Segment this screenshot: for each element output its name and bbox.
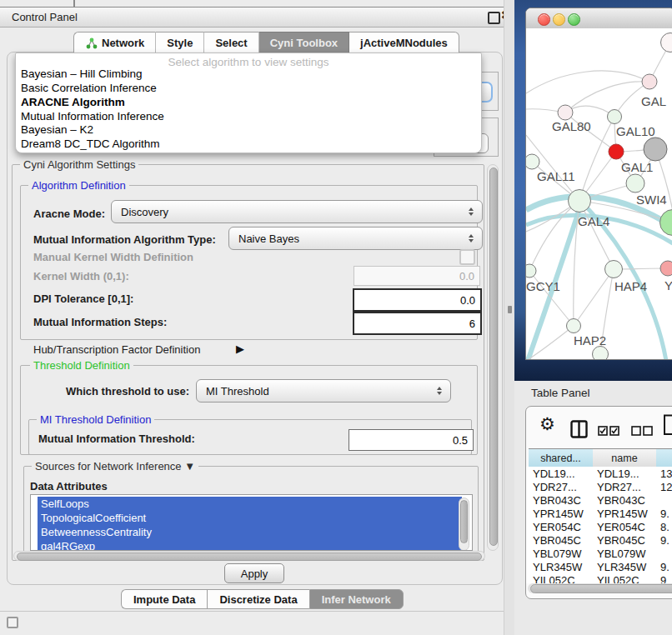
spinner-icon bbox=[437, 387, 443, 395]
manual-kernel-checkbox[interactable] bbox=[459, 249, 475, 265]
network-node[interactable] bbox=[566, 318, 581, 333]
list-scrollbar[interactable] bbox=[459, 498, 469, 551]
list-item[interactable]: SelfLoops bbox=[41, 498, 89, 512]
mi-threshold-group-title: MI Threshold Definition bbox=[37, 413, 154, 426]
network-icon bbox=[85, 38, 98, 49]
divider-grip bbox=[508, 306, 512, 313]
tab-discretize-data[interactable]: Discretize Data bbox=[207, 589, 308, 609]
table-row[interactable]: YBR043C YBR043C bbox=[526, 493, 672, 507]
mi-type-select[interactable]: Naive Bayes bbox=[228, 227, 483, 250]
minimize-traffic-light[interactable] bbox=[553, 13, 565, 26]
table-horizontal-scrollbar[interactable] bbox=[528, 583, 672, 593]
network-window-titlebar[interactable] bbox=[526, 8, 672, 29]
node-label: GAL bbox=[641, 94, 666, 108]
table-row[interactable]: YDL19... YDL19... 13 bbox=[526, 467, 672, 480]
dpi-tolerance-field[interactable]: 0.0 bbox=[353, 288, 482, 312]
mi-steps-field[interactable]: 6 bbox=[353, 312, 482, 335]
table-row[interactable]: YBR045C YBR045C 9. bbox=[526, 533, 672, 547]
network-node[interactable] bbox=[604, 260, 623, 278]
which-threshold-label: Which threshold to use: bbox=[66, 385, 189, 398]
tab-impute-data[interactable]: Impute Data bbox=[121, 589, 207, 609]
spinner-icon bbox=[469, 208, 474, 216]
algorithm-option[interactable]: Dream8 DC_TDC Algorithm bbox=[19, 138, 160, 151]
network-canvas[interactable]: GAL GAL80 GAL10 GAL1 GAL11 SWI4 GAL4 GCY… bbox=[526, 28, 672, 360]
network-node[interactable] bbox=[626, 174, 645, 193]
control-panel-titlebar: Control Panel ✖ bbox=[0, 7, 514, 28]
settings-group-title: Cyni Algorithm Settings bbox=[20, 158, 138, 171]
column-header-name[interactable]: name bbox=[593, 448, 656, 468]
algorithm-option[interactable]: Mutual Information Inference bbox=[19, 110, 164, 123]
tab-style[interactable]: Style bbox=[156, 32, 204, 54]
apply-button[interactable]: Apply bbox=[224, 563, 284, 583]
network-window: GAL GAL80 GAL10 GAL1 GAL11 SWI4 GAL4 GCY… bbox=[525, 8, 672, 360]
split-columns-icon[interactable] bbox=[570, 420, 588, 438]
node-label: Y bbox=[664, 278, 672, 292]
dock-panel-icon[interactable] bbox=[7, 617, 18, 628]
network-node[interactable] bbox=[592, 346, 609, 360]
node-label: GAL1 bbox=[621, 160, 653, 174]
data-attributes-list: SelfLoops TopologicalCoefficient Between… bbox=[30, 494, 473, 551]
algorithm-option[interactable]: Bayesian – K2 bbox=[19, 123, 93, 137]
list-item[interactable]: gal4RGexp bbox=[41, 540, 95, 551]
control-panel-tabs: Network Style Select Cyni Toolbox jActiv… bbox=[73, 32, 459, 52]
column-header-partial[interactable] bbox=[656, 448, 672, 468]
algorithm-dropdown-list: Select algorithm to view settings Bayesi… bbox=[15, 52, 482, 153]
network-node[interactable] bbox=[609, 144, 624, 160]
table-row[interactable]: YBL079W YBL079W bbox=[526, 547, 672, 560]
dpi-tolerance-label: DPI Tolerance [0,1]: bbox=[33, 292, 133, 305]
node-label: HAP4 bbox=[614, 279, 647, 293]
network-node[interactable] bbox=[642, 74, 658, 90]
algorithm-option[interactable]: Bayesian – Hill Climbing bbox=[19, 68, 143, 81]
network-node[interactable] bbox=[568, 189, 591, 212]
close-traffic-light[interactable] bbox=[538, 13, 550, 26]
network-node[interactable] bbox=[558, 105, 574, 121]
aracne-mode-label: Aracne Mode: bbox=[33, 208, 105, 220]
expand-arrow-icon[interactable]: ▶ bbox=[236, 342, 244, 355]
zoom-traffic-light[interactable] bbox=[568, 13, 580, 26]
tab-network[interactable]: Network bbox=[73, 32, 156, 54]
select-all-checkboxes-icon[interactable] bbox=[598, 426, 619, 437]
table-row[interactable]: YPR145W YPR145W 9. bbox=[526, 507, 672, 520]
network-node[interactable] bbox=[607, 109, 622, 124]
deselect-all-checkboxes-icon[interactable] bbox=[631, 426, 653, 437]
export-table-icon[interactable] bbox=[663, 414, 672, 436]
window-divider bbox=[0, 611, 514, 612]
which-threshold-select[interactable]: MI Threshold bbox=[196, 379, 451, 402]
tab-jactivemnodules[interactable]: jActiveMNodules bbox=[349, 32, 459, 54]
collapse-arrow-icon[interactable]: ▼ bbox=[184, 460, 195, 472]
table-row[interactable]: YLR345W YLR345W 9. bbox=[526, 560, 672, 573]
split-pane-divider[interactable] bbox=[504, 0, 514, 635]
control-panel-title: Control Panel bbox=[12, 11, 78, 23]
network-node[interactable] bbox=[644, 138, 668, 162]
column-header-shared[interactable]: shared... bbox=[529, 448, 593, 468]
algorithm-option-selected[interactable]: ARACNE Algorithm bbox=[19, 96, 125, 109]
node-label: SWI4 bbox=[636, 192, 667, 207]
algorithm-option[interactable]: Basic Correlation Inference bbox=[19, 82, 157, 95]
table-window: ⚙ shared... name YDL19... YDL19... 13 YD… bbox=[525, 406, 672, 599]
mi-threshold-field[interactable]: 0.5 bbox=[349, 429, 474, 451]
kernel-width-field[interactable]: 0.0 bbox=[354, 266, 480, 286]
tab-cyni-toolbox[interactable]: Cyni Toolbox bbox=[259, 32, 349, 54]
settings-horizontal-scrollbar[interactable] bbox=[13, 551, 485, 561]
bottom-tabs: Impute Data Discretize Data Infer Networ… bbox=[121, 589, 404, 608]
node-label: GCY1 bbox=[526, 279, 560, 293]
settings-vertical-scrollbar[interactable] bbox=[487, 164, 499, 551]
mi-type-label: Mutual Information Algorithm Type: bbox=[33, 233, 216, 246]
node-label: GAL11 bbox=[537, 169, 575, 183]
tab-select[interactable]: Select bbox=[204, 32, 258, 54]
node-label: GAL4 bbox=[578, 214, 609, 228]
network-node[interactable] bbox=[660, 261, 672, 277]
table-panel-title: Table Panel bbox=[531, 387, 590, 399]
spinner-icon bbox=[469, 234, 474, 242]
float-window-icon[interactable] bbox=[488, 12, 500, 24]
manual-kernel-label: Manual Kernel Width Definition bbox=[33, 251, 193, 263]
list-item[interactable]: TopologicalCoefficient bbox=[41, 512, 146, 526]
table-row[interactable]: YIL052C YIL052C 9 bbox=[526, 573, 672, 583]
table-row[interactable]: YDR27... YDR27... 12 bbox=[526, 480, 672, 493]
table-row[interactable]: YER054C YER054C 8. bbox=[526, 520, 672, 533]
tab-infer-network[interactable]: Infer Network bbox=[309, 589, 404, 609]
list-item[interactable]: BetweennessCentrality bbox=[41, 526, 152, 540]
aracne-mode-select[interactable]: Discovery bbox=[111, 200, 483, 223]
node-label: GAL80 bbox=[552, 119, 591, 133]
gear-icon[interactable]: ⚙ bbox=[539, 414, 555, 434]
